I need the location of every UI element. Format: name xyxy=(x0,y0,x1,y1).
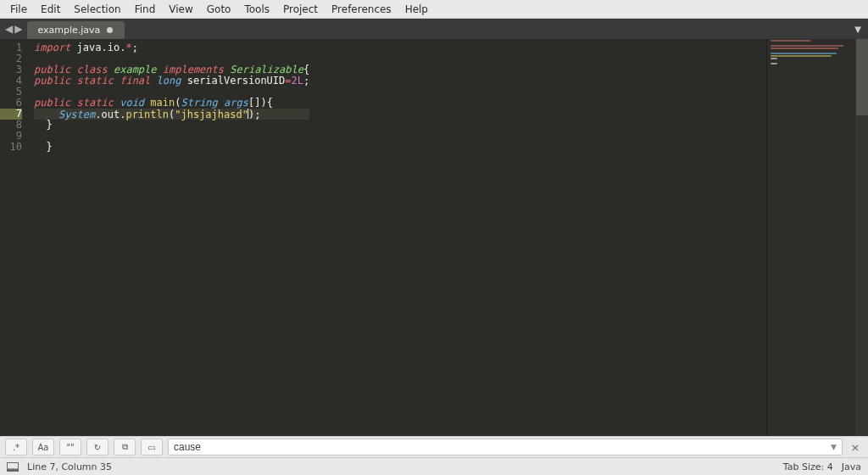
svg-rect-1 xyxy=(8,468,19,471)
find-highlight-toggle[interactable]: ▭ xyxy=(141,439,163,455)
code-line[interactable] xyxy=(34,131,309,142)
code-line[interactable]: public static final long serialVersionUI… xyxy=(34,75,309,87)
tab-nav-forward-icon[interactable]: ▶ xyxy=(14,23,22,35)
code-editor[interactable]: 12345678910 import java.io.*;public clas… xyxy=(0,39,868,436)
find-wrap-toggle[interactable]: ↻ xyxy=(86,439,108,455)
menu-view[interactable]: View xyxy=(164,2,198,17)
menu-goto[interactable]: Goto xyxy=(202,2,236,17)
code-line[interactable]: } xyxy=(34,142,309,153)
menu-bar: FileEditSelectionFindViewGotoToolsProjec… xyxy=(0,0,868,19)
minimap-line xyxy=(771,40,811,42)
minimap-line xyxy=(771,63,777,64)
tab-bar: ◀ ▶ example.java ▼ xyxy=(0,19,868,39)
find-input-wrapper: ▼ xyxy=(168,439,843,455)
find-history-dropdown-icon[interactable]: ▼ xyxy=(831,443,837,451)
minimap-scroll-thumb[interactable] xyxy=(856,39,868,115)
line-number: 10 xyxy=(0,142,22,153)
tab-overflow-menu-icon[interactable]: ▼ xyxy=(854,19,861,39)
menu-edit[interactable]: Edit xyxy=(36,2,65,17)
tab-nav-arrows: ◀ ▶ xyxy=(0,19,27,39)
find-in-selection-toggle[interactable]: ⧉ xyxy=(114,439,136,455)
code-line[interactable]: public static void main(String args[]){ xyxy=(34,98,309,109)
menu-help[interactable]: Help xyxy=(400,2,433,17)
minimap-line xyxy=(771,48,838,49)
code-line[interactable]: } xyxy=(34,120,309,131)
code-line[interactable]: System.out.println("jhsjajhasd"); xyxy=(34,109,309,120)
minimap-line xyxy=(771,53,837,54)
status-cursor-position[interactable]: Line 7, Column 35 xyxy=(27,461,112,472)
find-whole-word-toggle[interactable]: "" xyxy=(59,439,81,455)
minimap[interactable] xyxy=(766,39,868,436)
editor-area: 12345678910 import java.io.*;public clas… xyxy=(0,39,868,436)
minimap-line xyxy=(771,58,777,59)
menu-find[interactable]: Find xyxy=(130,2,161,17)
panel-switch-icon[interactable] xyxy=(7,462,19,472)
tab-dirty-indicator-icon xyxy=(107,27,113,33)
find-bar: .* Aa "" ↻ ⧉ ▭ ▼ × xyxy=(0,436,868,458)
find-input[interactable] xyxy=(174,441,826,453)
tab-nav-back-icon[interactable]: ◀ xyxy=(5,23,13,35)
menu-selection[interactable]: Selection xyxy=(69,2,125,17)
menu-preferences[interactable]: Preferences xyxy=(326,2,397,17)
find-case-toggle[interactable]: Aa xyxy=(32,439,54,455)
line-number-gutter: 12345678910 xyxy=(0,39,29,436)
find-close-button[interactable]: × xyxy=(848,441,863,454)
menu-file[interactable]: File xyxy=(5,2,32,17)
tab-label: example.java xyxy=(37,25,100,36)
status-tab-size[interactable]: Tab Size: 4 xyxy=(783,461,833,472)
status-syntax[interactable]: Java xyxy=(842,461,861,472)
line-number: 7 xyxy=(0,109,22,120)
minimap-line xyxy=(771,45,843,47)
menu-tools[interactable]: Tools xyxy=(239,2,275,17)
status-bar: Line 7, Column 35 Tab Size: 4 Java xyxy=(0,458,868,475)
minimap-line xyxy=(771,55,832,57)
code-line[interactable]: import java.io.*; xyxy=(34,42,309,53)
menu-project[interactable]: Project xyxy=(278,2,323,17)
code-content[interactable]: import java.io.*;public class example im… xyxy=(29,39,309,436)
tab-example-java[interactable]: example.java xyxy=(27,21,125,39)
find-regex-toggle[interactable]: .* xyxy=(5,439,27,455)
